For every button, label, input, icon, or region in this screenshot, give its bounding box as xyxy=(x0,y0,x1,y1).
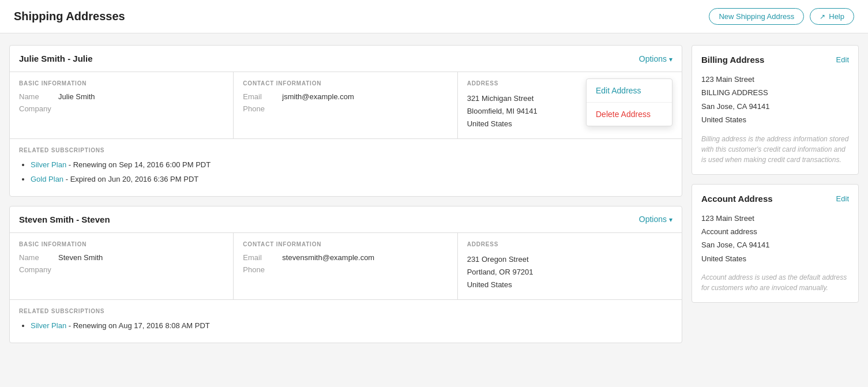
account-address-title: Account Address xyxy=(701,194,773,204)
page-title: Shipping Addresses xyxy=(14,10,125,23)
options-container-steven: Options xyxy=(639,215,672,224)
subscriptions-label-julie: RELATED SUBSCRIPTIONS xyxy=(19,147,672,153)
subscriptions-section-julie: RELATED SUBSCRIPTIONS Silver Plan - Rene… xyxy=(10,139,682,196)
email-value-julie: jsmith@example.com xyxy=(282,92,354,101)
billing-address-title: Billing Address xyxy=(701,55,764,65)
account-line3: San Jose, CA 94141 xyxy=(701,238,849,251)
email-label-steven: Email xyxy=(243,253,277,262)
email-row-julie: Email jsmith@example.com xyxy=(243,92,448,101)
name-label-steven: Name xyxy=(19,253,54,262)
account-line2: Account address xyxy=(701,225,849,238)
billing-address-edit-link[interactable]: Edit xyxy=(836,55,849,64)
billing-line4: United States xyxy=(701,113,849,126)
contact-info-section-steven: CONTACT INFORMATION Email stevensmith@ex… xyxy=(234,233,457,299)
account-address-edit-link[interactable]: Edit xyxy=(836,194,849,203)
company-label-steven: Company xyxy=(19,265,54,274)
main-layout: Julie Smith - Julie Options Edit Address… xyxy=(0,33,868,355)
help-button[interactable]: ↗ Help xyxy=(810,8,854,25)
address-line2-steven: Portland, OR 97201 xyxy=(467,266,672,279)
silver-plan-link-steven[interactable]: Silver Plan xyxy=(31,321,66,330)
address-lines-steven: 231 Oregon Street Portland, OR 97201 Uni… xyxy=(467,253,672,291)
email-label: Email xyxy=(243,92,277,101)
email-value-steven: stevensmith@example.com xyxy=(282,253,374,262)
basic-info-section-steven: BASIC INFORMATION Name Steven Smith Comp… xyxy=(10,233,234,299)
subscriptions-label-steven: RELATED SUBSCRIPTIONS xyxy=(19,308,672,314)
account-line4: United States xyxy=(701,252,849,265)
name-label: Name xyxy=(19,92,54,101)
subscriptions-section-steven: RELATED SUBSCRIPTIONS Silver Plan - Rene… xyxy=(10,300,682,343)
list-item: Gold Plan - Expired on Jun 20, 2016 6:36… xyxy=(31,174,672,186)
contact-info-section-julie: CONTACT INFORMATION Email jsmith@example… xyxy=(234,72,457,138)
address-line1-steven: 231 Oregon Street xyxy=(467,253,672,266)
contact-info-label: CONTACT INFORMATION xyxy=(243,80,448,87)
address-line3-steven: United States xyxy=(467,279,672,291)
subscription-list-julie: Silver Plan - Renewing on Sep 14, 2016 6… xyxy=(19,159,672,186)
company-label: Company xyxy=(19,104,54,113)
email-row-steven: Email stevensmith@example.com xyxy=(243,253,448,262)
card-title-julie: Julie Smith - Julie xyxy=(19,54,93,63)
delete-address-item-julie[interactable]: Delete Address xyxy=(587,103,672,126)
account-line1: 123 Main Street xyxy=(701,212,849,225)
phone-label-steven: Phone xyxy=(243,265,277,274)
options-button-steven[interactable]: Options xyxy=(639,215,672,224)
top-bar-actions: New Shipping Address ↗ Help xyxy=(709,8,854,25)
address-card-steven: Steven Smith - Steven Options BASIC INFO… xyxy=(9,206,682,343)
options-button-julie[interactable]: Options xyxy=(639,54,672,63)
top-bar: Shipping Addresses New Shipping Address … xyxy=(0,0,868,33)
edit-address-item-julie[interactable]: Edit Address xyxy=(587,79,672,103)
card-grid-julie: BASIC INFORMATION Name Julie Smith Compa… xyxy=(10,72,682,139)
account-address-note: Account address is used as the default a… xyxy=(701,272,849,293)
billing-line2: BILLING ADDRESS xyxy=(701,86,849,99)
chevron-down-icon xyxy=(669,215,672,224)
basic-info-label-steven: BASIC INFORMATION xyxy=(19,241,224,247)
account-address-content: 123 Main Street Account address San Jose… xyxy=(701,212,849,266)
billing-address-note: Billing address is the address informati… xyxy=(701,134,849,165)
card-header-julie: Julie Smith - Julie Options Edit Address… xyxy=(10,46,682,72)
address-card-julie: Julie Smith - Julie Options Edit Address… xyxy=(9,45,682,197)
name-row-julie: Name Julie Smith xyxy=(19,92,224,101)
contact-info-label-steven: CONTACT INFORMATION xyxy=(243,241,448,247)
card-header-steven: Steven Smith - Steven Options xyxy=(10,206,682,233)
list-item: Silver Plan - Renewing on Aug 17, 2016 8… xyxy=(31,320,672,332)
billing-line3: San Jose, CA 94141 xyxy=(701,100,849,113)
basic-info-section-julie: BASIC INFORMATION Name Julie Smith Compa… xyxy=(10,72,234,138)
chevron-down-icon xyxy=(669,54,672,63)
company-row-julie: Company xyxy=(19,104,224,113)
left-panel: Julie Smith - Julie Options Edit Address… xyxy=(9,45,682,343)
billing-address-header: Billing Address Edit xyxy=(701,55,849,65)
basic-info-label: BASIC INFORMATION xyxy=(19,80,224,87)
silver-plan-text-julie: - Renewing on Sep 14, 2016 6:00 PM PDT xyxy=(66,160,211,169)
subscription-list-steven: Silver Plan - Renewing on Aug 17, 2016 8… xyxy=(19,320,672,332)
name-value-steven: Steven Smith xyxy=(58,253,103,262)
options-container-julie: Options Edit Address Delete Address xyxy=(639,54,672,63)
billing-address-content: 123 Main Street BILLING ADDRESS San Jose… xyxy=(701,73,849,127)
account-address-header: Account Address Edit xyxy=(701,194,849,204)
company-row-steven: Company xyxy=(19,265,224,274)
dropdown-menu-julie: Edit Address Delete Address xyxy=(586,78,672,126)
phone-label: Phone xyxy=(243,104,277,113)
right-panel: Billing Address Edit 123 Main Street BIL… xyxy=(692,45,859,303)
billing-address-card: Billing Address Edit 123 Main Street BIL… xyxy=(692,45,859,175)
name-row-steven: Name Steven Smith xyxy=(19,253,224,262)
card-title-steven: Steven Smith - Steven xyxy=(19,215,110,224)
gold-plan-text-julie: - Expired on Jun 20, 2016 6:36 PM PDT xyxy=(63,175,198,183)
phone-row-julie: Phone xyxy=(243,104,448,113)
account-address-card: Account Address Edit 123 Main Street Acc… xyxy=(692,184,859,303)
name-value-julie: Julie Smith xyxy=(58,92,95,101)
list-item: Silver Plan - Renewing on Sep 14, 2016 6… xyxy=(31,159,672,171)
gold-plan-link-julie[interactable]: Gold Plan xyxy=(31,175,63,183)
billing-line1: 123 Main Street xyxy=(701,73,849,86)
silver-plan-text-steven: - Renewing on Aug 17, 2016 8:08 AM PDT xyxy=(66,321,210,330)
address-section-steven: ADDRESS 231 Oregon Street Portland, OR 9… xyxy=(458,233,682,299)
external-link-icon: ↗ xyxy=(820,13,825,21)
card-grid-steven: BASIC INFORMATION Name Steven Smith Comp… xyxy=(10,233,682,300)
address-label-steven: ADDRESS xyxy=(467,241,672,247)
silver-plan-link-julie[interactable]: Silver Plan xyxy=(31,160,66,169)
phone-row-steven: Phone xyxy=(243,265,448,274)
new-shipping-address-button[interactable]: New Shipping Address xyxy=(709,8,804,25)
